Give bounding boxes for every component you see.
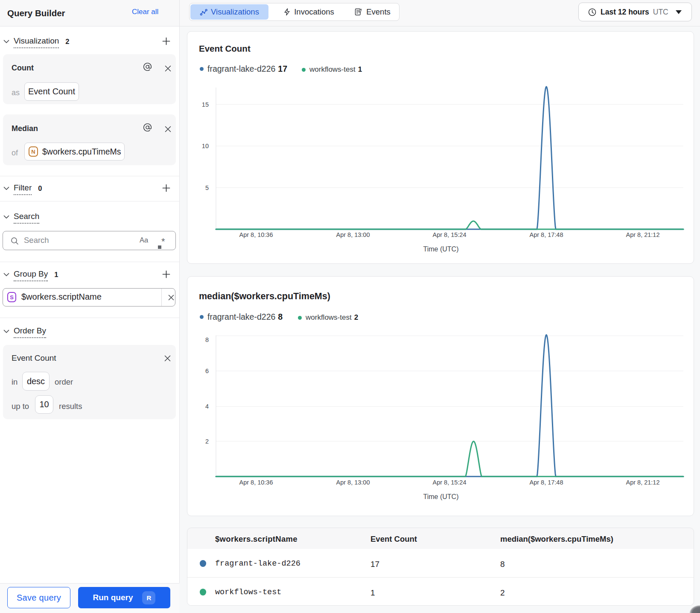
svg-text:Apr 8, 13:00: Apr 8, 13:00 — [336, 479, 370, 486]
svg-text:Apr 8, 10:36: Apr 8, 10:36 — [239, 231, 273, 238]
svg-text:10: 10 — [202, 143, 209, 149]
svg-text:4: 4 — [205, 403, 209, 410]
svg-text:2: 2 — [205, 438, 209, 445]
svg-text:Apr 8, 15:24: Apr 8, 15:24 — [433, 231, 467, 238]
svg-text:Apr 8, 13:00: Apr 8, 13:00 — [336, 231, 370, 238]
svg-text:Apr 8, 10:36: Apr 8, 10:36 — [239, 479, 273, 486]
svg-text:8: 8 — [205, 336, 209, 343]
svg-text:Apr 8, 21:12: Apr 8, 21:12 — [626, 231, 660, 238]
svg-text:Apr 8, 17:48: Apr 8, 17:48 — [530, 231, 563, 238]
svg-text:Time (UTC): Time (UTC) — [423, 493, 459, 500]
svg-text:15: 15 — [202, 101, 209, 108]
svg-text:Apr 8, 15:24: Apr 8, 15:24 — [433, 479, 467, 486]
svg-text:6: 6 — [205, 368, 209, 374]
svg-text:Apr 8, 17:48: Apr 8, 17:48 — [530, 479, 563, 486]
svg-text:Apr 8, 21:12: Apr 8, 21:12 — [626, 479, 660, 486]
svg-text:5: 5 — [205, 184, 209, 191]
svg-text:Time (UTC): Time (UTC) — [423, 245, 459, 253]
